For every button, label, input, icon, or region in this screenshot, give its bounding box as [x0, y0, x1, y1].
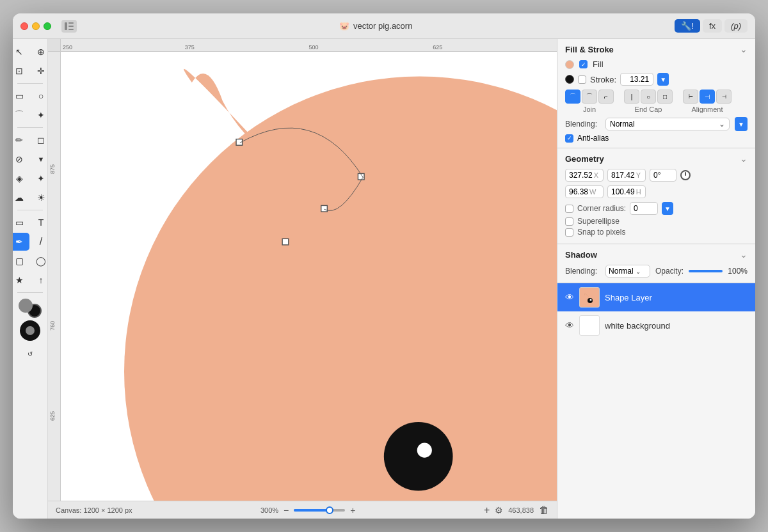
rounded-rect-tool[interactable]: ▢: [13, 252, 29, 270]
superellipse-checkbox[interactable]: [565, 217, 573, 226]
sidebar-toggle-button[interactable]: [61, 20, 77, 33]
align-btn-1[interactable]: ⊢: [683, 90, 698, 104]
layers-section: 👁 Shape Layer 👁: [557, 283, 755, 519]
swap-colors-btn[interactable]: ⇄: [13, 345, 19, 363]
tool-group-1: ↖ ⊕: [13, 43, 51, 61]
zoom-minus-btn[interactable]: −: [284, 505, 289, 515]
antialias-checkbox[interactable]: [565, 134, 573, 143]
eyedropper-tool[interactable]: ⊘: [13, 150, 29, 168]
canvas-wrapper[interactable]: [61, 52, 557, 501]
snap-pixels-row: Snap to pixels: [565, 228, 748, 237]
geo-angle-dial[interactable]: [680, 170, 691, 180]
zoom-thumb[interactable]: [326, 506, 333, 514]
endcap-btn-2[interactable]: ○: [641, 90, 656, 104]
fill-checkbox[interactable]: [579, 60, 588, 68]
alignment-buttons: ⊢ ⊣ ⊣: [683, 90, 732, 104]
geo-w-field[interactable]: 96.38 W: [565, 185, 604, 198]
zoom-level: 300%: [260, 506, 278, 514]
dodge-tool[interactable]: ☁: [13, 189, 29, 207]
tools-panel-button[interactable]: 🔧!: [675, 19, 700, 33]
layer-row-background[interactable]: 👁 white background: [557, 311, 755, 340]
lasso-tool[interactable]: ⌒: [13, 106, 29, 124]
maximize-button[interactable]: [44, 22, 51, 30]
gradient-tool[interactable]: ◈: [13, 169, 29, 187]
geometry-collapse[interactable]: ⌄: [740, 153, 748, 164]
rect-select-tool[interactable]: ▭: [13, 87, 29, 105]
opacity-label: Opacity:: [655, 267, 684, 276]
zoom-plus-btn[interactable]: +: [350, 505, 355, 515]
crop-tool[interactable]: ⊡: [13, 62, 29, 80]
pen-tool[interactable]: ✒: [13, 233, 29, 251]
stroke-value[interactable]: 13.21: [620, 73, 653, 86]
layer-thumb-bg: [579, 315, 600, 336]
settings-btn[interactable]: ⚙: [495, 505, 503, 515]
minimize-button[interactable]: [32, 22, 40, 30]
join-btn-3[interactable]: ⌐: [598, 90, 614, 104]
layer-visibility-bg[interactable]: 👁: [565, 320, 574, 331]
geometry-header: Geometry ⌄: [565, 153, 748, 164]
default-colors-btn[interactable]: ↺: [20, 345, 40, 363]
corner-radius-field[interactable]: 0: [630, 202, 658, 215]
pig-eye-shine: [417, 443, 432, 458]
shadow-dropdown-icon: ⌄: [636, 268, 641, 275]
join-btn-1[interactable]: ⌒: [565, 90, 580, 104]
tool-group-4: ⌒ ✦: [13, 106, 51, 124]
delete-layer-btn[interactable]: 🗑: [539, 505, 549, 516]
svg-rect-2: [68, 26, 74, 27]
geo-h-field[interactable]: 100.49 H: [607, 185, 646, 198]
zoom-slider[interactable]: [294, 509, 345, 512]
canvas-area: 250 375 500 625 875 760 625: [48, 39, 557, 519]
blending-arrow-btn[interactable]: ▼: [735, 117, 748, 131]
align-btn-2[interactable]: ⊣: [700, 90, 715, 104]
shadow-blending-select[interactable]: Normal ⌄: [605, 265, 650, 278]
shadow-collapse[interactable]: ⌄: [740, 249, 748, 260]
shadow-blending-value: Normal: [609, 267, 634, 276]
corner-radius-label: Corner radius:: [577, 204, 626, 213]
endcap-btn-3[interactable]: □: [657, 90, 673, 104]
blending-select[interactable]: Normal ⌄: [605, 118, 730, 130]
p-panel-button[interactable]: (p): [724, 19, 748, 33]
geo-x-field[interactable]: 327.52 X: [565, 169, 604, 182]
fill-color-dot[interactable]: [565, 60, 574, 69]
geo-angle-field[interactable]: 0°: [650, 169, 676, 182]
corner-radius-checkbox[interactable]: [565, 205, 573, 213]
antialias-label: Anti-alias: [577, 134, 609, 143]
snap-pixels-checkbox[interactable]: [565, 228, 573, 237]
geometry-title: Geometry: [565, 154, 604, 164]
arrow-tool[interactable]: ↖: [13, 43, 29, 61]
add-layer-btn[interactable]: +: [484, 505, 490, 516]
layer-row-shape[interactable]: 👁 Shape Layer: [557, 283, 755, 311]
ruler-row: 250 375 500 625: [48, 39, 557, 52]
star-tool[interactable]: ★: [13, 271, 29, 289]
brush-tool[interactable]: ✏: [13, 131, 29, 149]
ruler-mark-760: 760: [49, 321, 56, 331]
stroke-color-dot[interactable]: [565, 75, 574, 84]
tool-group-8: ☁ ☀: [13, 189, 51, 207]
align-btn-3[interactable]: ⊣: [716, 90, 732, 104]
shape-tool[interactable]: ▭: [13, 214, 29, 231]
superellipse-label: Superellipse: [577, 217, 620, 226]
join-btn-2[interactable]: ⌒: [582, 90, 597, 104]
endcap-buttons: | ○ □: [624, 90, 673, 104]
geo-x-label: X: [594, 171, 598, 179]
opacity-slider[interactable]: [689, 270, 723, 272]
geo-h-label: H: [636, 188, 641, 196]
superellipse-row: Superellipse: [565, 217, 748, 226]
fx-panel-button[interactable]: fx: [703, 19, 722, 33]
color-controls: [19, 299, 42, 318]
endcap-btn-1[interactable]: |: [624, 90, 639, 104]
close-button[interactable]: [20, 22, 28, 30]
fill-color-swatch[interactable]: [19, 299, 33, 313]
stroke-dropdown[interactable]: ▼: [657, 73, 669, 86]
geo-h-value: 100.49: [611, 187, 635, 196]
stroke-checkbox[interactable]: [578, 75, 586, 84]
fill-stroke-collapse[interactable]: ⌄: [740, 44, 748, 54]
control-point-4[interactable]: [282, 239, 289, 245]
main-color-circle[interactable]: [20, 320, 40, 341]
layer-visibility-shape[interactable]: 👁: [565, 292, 574, 302]
geo-y-field[interactable]: 817.42 Y: [607, 169, 646, 182]
control-point-3[interactable]: [321, 205, 328, 212]
statusbar-center: 300% − +: [143, 505, 474, 515]
corner-radius-dropdown[interactable]: ▼: [662, 202, 673, 215]
svg-point-6: [590, 299, 592, 301]
